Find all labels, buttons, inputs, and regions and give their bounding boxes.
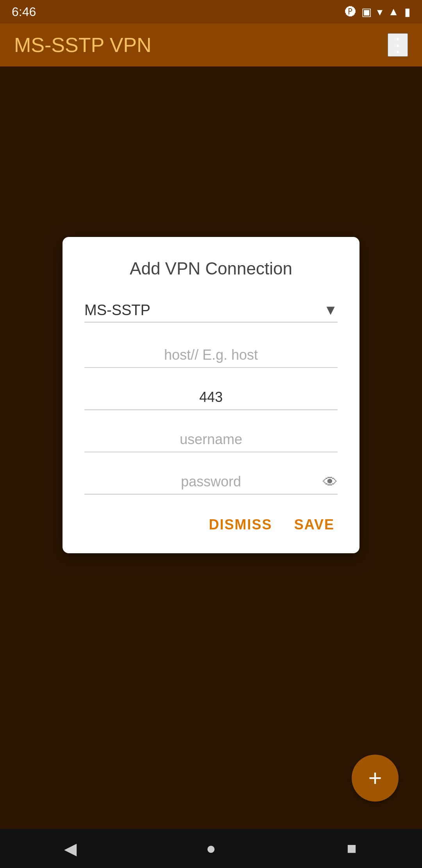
port-input[interactable] (84, 385, 338, 410)
host-input-group (84, 343, 338, 368)
save-button[interactable]: SAVE (291, 512, 338, 538)
username-input-group (84, 427, 338, 452)
port-input-group (84, 385, 338, 410)
back-button[interactable]: ◀ (51, 829, 90, 868)
dropdown-arrow-icon: ▼ (324, 302, 338, 318)
password-visibility-toggle[interactable]: 👁 (323, 474, 338, 491)
recents-button[interactable]: ■ (332, 829, 371, 868)
username-input[interactable] (84, 427, 338, 452)
vpn-type-dropdown[interactable]: MS-SSTP ▼ (84, 299, 338, 323)
nav-bar: ◀ ● ■ (0, 829, 422, 868)
password-input[interactable] (84, 470, 338, 495)
host-input[interactable] (84, 343, 338, 368)
dialog-actions: DISMISS SAVE (84, 512, 338, 538)
password-input-group: 👁 (84, 470, 338, 495)
dismiss-button[interactable]: DISMISS (206, 512, 275, 538)
add-vpn-dialog: Add VPN Connection MS-SSTP ▼ 👁 DISMISS (63, 237, 359, 553)
dialog-title: Add VPN Connection (84, 259, 338, 278)
dialog-backdrop: Add VPN Connection MS-SSTP ▼ 👁 DISMISS (0, 0, 422, 868)
vpn-type-value: MS-SSTP (84, 302, 150, 319)
vpn-type-dropdown-wrapper[interactable]: MS-SSTP ▼ (84, 299, 338, 323)
home-button[interactable]: ● (191, 829, 231, 868)
